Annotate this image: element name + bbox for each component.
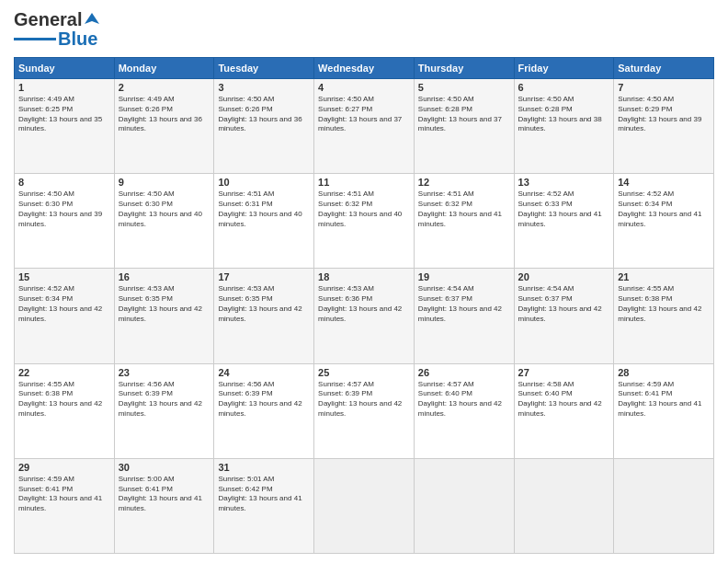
calendar-cell: 2Sunrise: 4:49 AMSunset: 6:26 PMDaylight… [114, 79, 214, 174]
day-number: 5 [418, 82, 510, 93]
calendar-cell: 15Sunrise: 4:52 AMSunset: 6:34 PMDayligh… [15, 269, 115, 363]
day-number: 12 [418, 177, 510, 188]
day-info: Sunrise: 5:00 AMSunset: 6:41 PMDaylight:… [119, 475, 210, 514]
calendar-cell: 29Sunrise: 4:59 AMSunset: 6:41 PMDayligh… [15, 458, 115, 553]
day-number: 14 [618, 177, 710, 188]
day-number: 9 [119, 177, 210, 188]
logo: General Blue [14, 9, 101, 50]
day-info: Sunrise: 4:50 AMSunset: 6:29 PMDaylight:… [618, 95, 710, 134]
logo-general: General [14, 9, 82, 30]
weekday-header-sunday: Sunday [15, 58, 115, 79]
calendar-table: SundayMondayTuesdayWednesdayThursdayFrid… [14, 57, 714, 554]
day-info: Sunrise: 4:51 AMSunset: 6:32 PMDaylight:… [318, 190, 410, 229]
day-number: 29 [18, 462, 110, 473]
weekday-header-thursday: Thursday [414, 58, 514, 79]
day-number: 19 [418, 271, 510, 282]
calendar-cell: 24Sunrise: 4:56 AMSunset: 6:39 PMDayligh… [214, 363, 314, 458]
day-info: Sunrise: 4:49 AMSunset: 6:25 PMDaylight:… [18, 95, 110, 134]
day-info: Sunrise: 4:55 AMSunset: 6:38 PMDaylight:… [618, 284, 710, 324]
day-number: 30 [119, 462, 210, 473]
day-info: Sunrise: 4:55 AMSunset: 6:38 PMDaylight:… [18, 380, 110, 419]
calendar-cell: 9Sunrise: 4:50 AMSunset: 6:30 PMDaylight… [114, 174, 214, 269]
day-info: Sunrise: 4:52 AMSunset: 6:33 PMDaylight:… [518, 190, 610, 229]
day-number: 7 [618, 82, 710, 93]
day-number: 27 [518, 367, 610, 378]
week-row-1: 1Sunrise: 4:49 AMSunset: 6:25 PMDaylight… [15, 79, 714, 174]
day-info: Sunrise: 4:56 AMSunset: 6:39 PMDaylight:… [218, 380, 310, 419]
day-number: 15 [18, 271, 110, 282]
calendar-cell [314, 458, 415, 553]
calendar-cell: 13Sunrise: 4:52 AMSunset: 6:33 PMDayligh… [514, 174, 614, 269]
day-number: 4 [318, 82, 410, 93]
calendar-cell: 30Sunrise: 5:00 AMSunset: 6:41 PMDayligh… [114, 458, 214, 553]
weekday-header-tuesday: Tuesday [214, 58, 314, 79]
day-info: Sunrise: 4:50 AMSunset: 6:30 PMDaylight:… [119, 190, 210, 229]
calendar-cell: 28Sunrise: 4:59 AMSunset: 6:41 PMDayligh… [614, 363, 714, 458]
calendar-cell: 17Sunrise: 4:53 AMSunset: 6:35 PMDayligh… [214, 269, 314, 363]
day-number: 17 [218, 271, 310, 282]
calendar-cell [614, 458, 714, 553]
day-info: Sunrise: 4:50 AMSunset: 6:28 PMDaylight:… [518, 95, 610, 134]
calendar-cell: 7Sunrise: 4:50 AMSunset: 6:29 PMDaylight… [614, 79, 714, 174]
day-info: Sunrise: 4:59 AMSunset: 6:41 PMDaylight:… [618, 380, 710, 419]
weekday-header-friday: Friday [514, 58, 614, 79]
calendar-cell: 12Sunrise: 4:51 AMSunset: 6:32 PMDayligh… [414, 174, 514, 269]
header: General Blue [14, 9, 714, 50]
calendar-cell: 18Sunrise: 4:53 AMSunset: 6:36 PMDayligh… [314, 269, 415, 363]
day-number: 21 [618, 271, 710, 282]
day-number: 2 [119, 82, 210, 93]
day-number: 13 [518, 177, 610, 188]
weekday-header-saturday: Saturday [614, 58, 714, 79]
calendar-cell: 6Sunrise: 4:50 AMSunset: 6:28 PMDaylight… [514, 79, 614, 174]
calendar-cell: 1Sunrise: 4:49 AMSunset: 6:25 PMDaylight… [15, 79, 115, 174]
calendar-cell: 5Sunrise: 4:50 AMSunset: 6:28 PMDaylight… [414, 79, 514, 174]
page: General Blue SundayMondayTuesdayWednesda… [0, 0, 728, 563]
day-info: Sunrise: 4:52 AMSunset: 6:34 PMDaylight:… [18, 284, 110, 324]
day-info: Sunrise: 4:53 AMSunset: 6:35 PMDaylight:… [119, 284, 210, 324]
calendar-cell [514, 458, 614, 553]
calendar-cell: 19Sunrise: 4:54 AMSunset: 6:37 PMDayligh… [414, 269, 514, 363]
day-number: 16 [119, 271, 210, 282]
day-info: Sunrise: 4:51 AMSunset: 6:32 PMDaylight:… [418, 190, 510, 229]
week-row-5: 29Sunrise: 4:59 AMSunset: 6:41 PMDayligh… [15, 458, 714, 553]
day-info: Sunrise: 4:50 AMSunset: 6:27 PMDaylight:… [318, 95, 410, 134]
day-info: Sunrise: 4:50 AMSunset: 6:26 PMDaylight:… [218, 95, 310, 134]
day-info: Sunrise: 5:01 AMSunset: 6:42 PMDaylight:… [218, 475, 310, 514]
day-number: 3 [218, 82, 310, 93]
logo-bird-icon [83, 11, 101, 29]
calendar-cell [414, 458, 514, 553]
day-number: 25 [318, 367, 410, 378]
day-info: Sunrise: 4:59 AMSunset: 6:41 PMDaylight:… [18, 475, 110, 514]
week-row-2: 8Sunrise: 4:50 AMSunset: 6:30 PMDaylight… [15, 174, 714, 269]
day-info: Sunrise: 4:50 AMSunset: 6:28 PMDaylight:… [418, 95, 510, 134]
calendar-cell: 25Sunrise: 4:57 AMSunset: 6:39 PMDayligh… [314, 363, 415, 458]
day-number: 28 [618, 367, 710, 378]
calendar-cell: 14Sunrise: 4:52 AMSunset: 6:34 PMDayligh… [614, 174, 714, 269]
day-number: 8 [18, 177, 110, 188]
calendar-cell: 20Sunrise: 4:54 AMSunset: 6:37 PMDayligh… [514, 269, 614, 363]
day-number: 26 [418, 367, 510, 378]
day-info: Sunrise: 4:56 AMSunset: 6:39 PMDaylight:… [119, 380, 210, 419]
day-info: Sunrise: 4:49 AMSunset: 6:26 PMDaylight:… [119, 95, 210, 134]
calendar-body: 1Sunrise: 4:49 AMSunset: 6:25 PMDaylight… [15, 79, 714, 554]
day-info: Sunrise: 4:52 AMSunset: 6:34 PMDaylight:… [618, 190, 710, 229]
day-number: 10 [218, 177, 310, 188]
day-info: Sunrise: 4:54 AMSunset: 6:37 PMDaylight:… [418, 284, 510, 324]
day-number: 6 [518, 82, 610, 93]
day-info: Sunrise: 4:54 AMSunset: 6:37 PMDaylight:… [518, 284, 610, 324]
week-row-3: 15Sunrise: 4:52 AMSunset: 6:34 PMDayligh… [15, 269, 714, 363]
day-number: 18 [318, 271, 410, 282]
calendar-cell: 23Sunrise: 4:56 AMSunset: 6:39 PMDayligh… [114, 363, 214, 458]
calendar-cell: 10Sunrise: 4:51 AMSunset: 6:31 PMDayligh… [214, 174, 314, 269]
logo-blue: Blue [58, 29, 97, 50]
calendar-cell: 4Sunrise: 4:50 AMSunset: 6:27 PMDaylight… [314, 79, 415, 174]
day-info: Sunrise: 4:51 AMSunset: 6:31 PMDaylight:… [218, 190, 310, 229]
calendar-cell: 16Sunrise: 4:53 AMSunset: 6:35 PMDayligh… [114, 269, 214, 363]
weekday-header-row: SundayMondayTuesdayWednesdayThursdayFrid… [15, 58, 714, 79]
calendar-cell: 11Sunrise: 4:51 AMSunset: 6:32 PMDayligh… [314, 174, 415, 269]
day-number: 23 [119, 367, 210, 378]
day-number: 31 [218, 462, 310, 473]
calendar-cell: 8Sunrise: 4:50 AMSunset: 6:30 PMDaylight… [15, 174, 115, 269]
day-number: 24 [218, 367, 310, 378]
day-number: 22 [18, 367, 110, 378]
